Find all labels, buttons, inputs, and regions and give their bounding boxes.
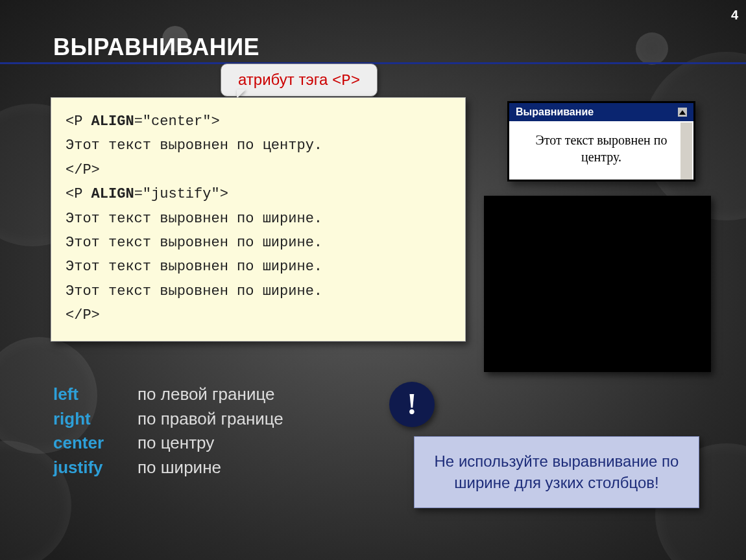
code-block: <P ALIGN="center"> Этот текст выровнен п… [51, 97, 466, 342]
align-desc: по правой границе [138, 407, 283, 432]
list-item: centerпо центру [53, 431, 283, 456]
code-text: </P> [66, 158, 451, 182]
black-placeholder [484, 196, 711, 372]
code-text: ALIGN [91, 186, 134, 202]
list-item: justifyпо ширине [53, 456, 283, 480]
page-number: 4 [731, 8, 738, 23]
code-text: </P> [66, 303, 451, 327]
callout-tag: <P> [332, 72, 360, 89]
browser-body: Этот текст выровнен по центру. [509, 121, 693, 180]
align-desc: по ширине [138, 456, 221, 480]
align-key: left [53, 382, 138, 407]
exclamation-icon: ! [407, 390, 416, 419]
code-text: Этот текст выровнен по центру. [66, 134, 451, 158]
browser-title-text: Выравнивание [516, 106, 594, 118]
warning-badge: ! [389, 382, 435, 427]
browser-scrollbar [680, 122, 692, 180]
code-text: Этот текст выровнен по ширине. [66, 255, 451, 279]
browser-preview: Выравнивание Этот текст выровнен по цент… [507, 101, 695, 181]
list-item: rightпо правой границе [53, 407, 283, 432]
align-key: right [53, 407, 138, 432]
scroll-up-icon [678, 108, 687, 117]
list-item: leftпо левой границе [53, 382, 283, 407]
align-key: center [53, 431, 138, 456]
code-text: Этот текст выровнен по ширине. [66, 231, 451, 255]
code-text: ="justify"> [134, 186, 228, 202]
align-key: justify [53, 456, 138, 480]
code-text: ALIGN [91, 113, 134, 130]
code-text: ="center"> [134, 113, 220, 130]
browser-titlebar: Выравнивание [509, 103, 693, 121]
warning-box: Не используйте выравнивание по ширине дл… [414, 436, 699, 508]
align-desc: по центру [138, 431, 214, 456]
align-list: leftпо левой границе rightпо правой гран… [53, 382, 283, 480]
callout-label: атрибут тэга [238, 71, 332, 88]
code-text: <P [66, 186, 91, 202]
align-desc: по левой границе [138, 382, 274, 407]
code-text: Этот текст выровнен по ширине. [66, 279, 451, 303]
slide-title: ВЫРАВНИВАНИЕ [53, 34, 259, 61]
code-text: <P [66, 113, 91, 130]
code-text: Этот текст выровнен по ширине. [66, 207, 451, 231]
